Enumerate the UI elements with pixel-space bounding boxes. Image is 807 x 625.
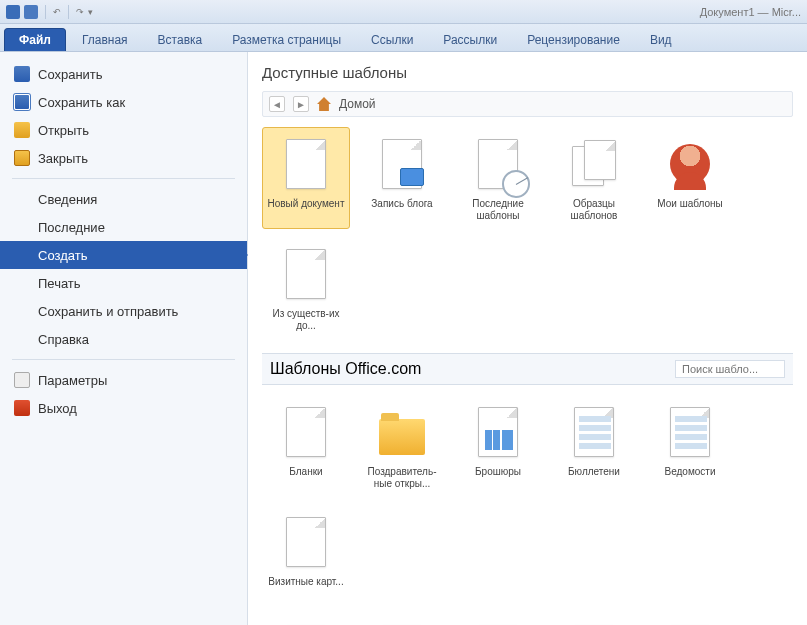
category-item-1[interactable]: Конверты xyxy=(358,613,446,625)
template-item-4[interactable]: Мои шаблоны xyxy=(646,127,734,229)
template-label: Последние шаблоны xyxy=(457,198,539,222)
window-title: Документ1 — Micr... xyxy=(700,6,801,18)
ic-open-icon xyxy=(14,122,30,138)
sidebar-item-9[interactable]: Сохранить и отправить xyxy=(0,297,247,325)
sidebar-item-1[interactable]: Сохранить как xyxy=(0,88,247,116)
document-icon xyxy=(374,620,430,625)
ic-exit-icon xyxy=(14,400,30,416)
document-icon xyxy=(470,620,526,625)
template-categories-row: КвитанцииКонвертыКонтрактыНаклейкиНаряды… xyxy=(262,613,793,625)
template-item-5[interactable]: Из существ-их до... xyxy=(262,237,350,339)
ribbon-tab-разметка страницы[interactable]: Разметка страницы xyxy=(218,29,355,51)
ribbon-tabs: ФайлГлавнаяВставкаРазметка страницыСсылк… xyxy=(0,24,807,52)
document-icon xyxy=(278,134,334,194)
available-templates-title: Доступные шаблоны xyxy=(262,64,793,81)
template-label: Бюллетени xyxy=(568,466,620,490)
template-label: Поздравитель-ные откры... xyxy=(361,466,443,490)
template-item-1[interactable]: Запись блога xyxy=(358,127,446,229)
blog-document-icon xyxy=(374,134,430,194)
template-breadcrumb: ◄ ► Домой xyxy=(262,91,793,117)
template-item-3[interactable]: Образцы шаблонов xyxy=(550,127,638,229)
redo-icon[interactable]: ↷ xyxy=(76,7,84,17)
document-icon xyxy=(278,512,334,572)
office-templates-title: Шаблоны Office.com xyxy=(270,360,421,378)
template-item-2[interactable]: Последние шаблоны xyxy=(454,127,542,229)
sidebar-item-label: Сохранить и отправить xyxy=(38,304,178,319)
document-icon xyxy=(278,620,334,625)
template-label: Из существ-их до... xyxy=(265,308,347,332)
category-item-3[interactable]: Бюллетени xyxy=(550,395,638,497)
breadcrumb-home-label[interactable]: Домой xyxy=(339,97,376,111)
template-search-input[interactable] xyxy=(675,360,785,378)
sidebar-item-0[interactable]: Сохранить xyxy=(0,60,247,88)
sidebar-item-7[interactable]: Создать xyxy=(0,241,247,269)
sidebar-item-label: Закрыть xyxy=(38,151,88,166)
category-item-2[interactable]: Брошюры xyxy=(454,395,542,497)
ribbon-tab-вид[interactable]: Вид xyxy=(636,29,686,51)
template-label: Мои шаблоны xyxy=(657,198,722,222)
category-item-4[interactable]: Наряды на работу xyxy=(646,613,734,625)
chart-document-icon xyxy=(470,402,526,462)
word-app-icon[interactable] xyxy=(6,5,20,19)
sidebar-item-label: Печать xyxy=(38,276,81,291)
sidebar-item-label: Последние xyxy=(38,220,105,235)
template-label: Запись блога xyxy=(371,198,432,222)
category-item-0[interactable]: Квитанции xyxy=(262,613,350,625)
nav-back-button[interactable]: ◄ xyxy=(269,96,285,112)
sidebar-separator xyxy=(12,178,235,179)
folder-icon xyxy=(374,402,430,462)
sidebar-item-13[interactable]: Выход xyxy=(0,394,247,422)
quick-access-toolbar: ↶ ↷ ▾ xyxy=(6,5,93,19)
ic-close-icon xyxy=(14,150,30,166)
document-icon xyxy=(278,402,334,462)
templates-grid: Новый документЗапись блогаПоследние шабл… xyxy=(262,127,793,339)
sheet-document-icon xyxy=(566,402,622,462)
ic-save-icon xyxy=(14,66,30,82)
document-icon xyxy=(278,244,334,304)
category-item-5[interactable]: Визитные карт... xyxy=(262,505,350,607)
category-item-3[interactable]: Наклейки xyxy=(550,613,638,625)
ic-options-icon xyxy=(14,372,30,388)
qat-separator xyxy=(68,5,69,19)
office-templates-header: Шаблоны Office.com xyxy=(262,353,793,385)
nav-forward-button[interactable]: ► xyxy=(293,96,309,112)
sidebar-item-3[interactable]: Закрыть xyxy=(0,144,247,172)
save-icon[interactable] xyxy=(24,5,38,19)
ribbon-tab-ссылки[interactable]: Ссылки xyxy=(357,29,427,51)
sidebar-item-label: Справка xyxy=(38,332,89,347)
category-item-2[interactable]: Контракты xyxy=(454,613,542,625)
ribbon-tab-рецензирование[interactable]: Рецензирование xyxy=(513,29,634,51)
category-item-0[interactable]: Бланки xyxy=(262,395,350,497)
template-label: Бланки xyxy=(289,466,322,490)
sidebar-item-10[interactable]: Справка xyxy=(0,325,247,353)
category-item-1[interactable]: Поздравитель-ные откры... xyxy=(358,395,446,497)
template-label: Ведомости xyxy=(664,466,715,490)
backstage-view: СохранитьСохранить какОткрытьЗакрытьСвед… xyxy=(0,52,807,625)
ribbon-tab-файл[interactable]: Файл xyxy=(4,28,66,51)
backstage-main: Доступные шаблоны ◄ ► Домой Новый докуме… xyxy=(248,52,807,625)
sidebar-item-label: Выход xyxy=(38,401,77,416)
template-item-0[interactable]: Новый документ xyxy=(262,127,350,229)
sidebar-item-2[interactable]: Открыть xyxy=(0,116,247,144)
template-label: Брошюры xyxy=(475,466,521,490)
sidebar-item-12[interactable]: Параметры xyxy=(0,366,247,394)
my-templates-icon xyxy=(662,134,718,194)
ribbon-tab-рассылки[interactable]: Рассылки xyxy=(429,29,511,51)
undo-icon[interactable]: ↶ xyxy=(53,7,61,17)
qat-dropdown-icon[interactable]: ▾ xyxy=(88,7,93,17)
home-icon[interactable] xyxy=(317,97,331,111)
sidebar-item-6[interactable]: Последние xyxy=(0,213,247,241)
sidebar-item-5[interactable]: Сведения xyxy=(0,185,247,213)
backstage-sidebar: СохранитьСохранить какОткрытьЗакрытьСвед… xyxy=(0,52,248,625)
sidebar-item-label: Сохранить xyxy=(38,67,103,82)
ribbon-tab-вставка[interactable]: Вставка xyxy=(144,29,217,51)
sidebar-item-8[interactable]: Печать xyxy=(0,269,247,297)
category-item-4[interactable]: Ведомости xyxy=(646,395,734,497)
qat-separator xyxy=(45,5,46,19)
sample-templates-icon xyxy=(566,134,622,194)
chart-document-icon xyxy=(662,620,718,625)
template-label: Образцы шаблонов xyxy=(553,198,635,222)
ribbon-tab-главная[interactable]: Главная xyxy=(68,29,142,51)
sidebar-item-label: Создать xyxy=(38,248,87,263)
template-label: Визитные карт... xyxy=(268,576,343,600)
